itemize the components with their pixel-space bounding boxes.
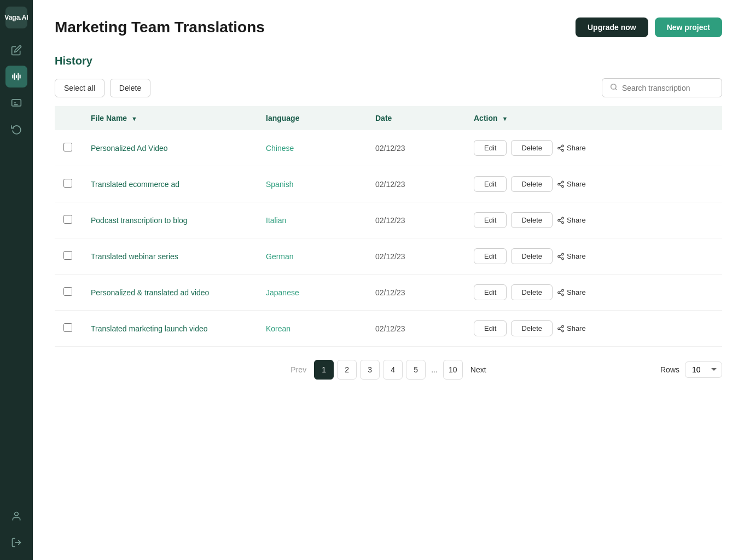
row-checkbox-cell <box>55 311 82 347</box>
row-checkbox-4[interactable] <box>63 251 72 260</box>
row-checkbox-1[interactable] <box>63 143 72 151</box>
sidebar-item-user[interactable] <box>5 505 27 527</box>
delete-row-button-1[interactable]: Delete <box>511 140 553 156</box>
delete-row-button-2[interactable]: Delete <box>511 176 553 192</box>
svg-point-36 <box>558 328 560 330</box>
svg-line-33 <box>560 293 562 294</box>
edit-button-1[interactable]: Edit <box>474 140 507 156</box>
sidebar-item-captions[interactable] <box>5 92 27 114</box>
page-1-button[interactable]: 1 <box>314 360 334 380</box>
search-icon <box>610 83 618 92</box>
page-4-button[interactable]: 4 <box>383 360 403 380</box>
share-button-6[interactable]: Share <box>557 324 586 332</box>
history-section: History Select all Delete <box>55 55 722 347</box>
row-date-1: 02/12/23 <box>367 130 465 166</box>
row-file-name-3: Podcast transcription to blog <box>82 202 257 238</box>
share-button-1[interactable]: Share <box>557 144 586 152</box>
svg-point-25 <box>562 253 564 255</box>
svg-line-29 <box>560 254 562 255</box>
svg-line-38 <box>560 329 562 330</box>
row-checkbox-cell <box>55 275 82 311</box>
delete-row-button-6[interactable]: Delete <box>511 320 553 336</box>
pagination-dots: ... <box>429 365 440 374</box>
share-button-3[interactable]: Share <box>557 216 586 224</box>
svg-point-22 <box>562 221 564 224</box>
row-date-4: 02/12/23 <box>367 238 465 275</box>
svg-point-17 <box>562 185 564 188</box>
sidebar-item-waveform[interactable] <box>5 66 27 88</box>
svg-line-34 <box>560 290 562 291</box>
share-button-4[interactable]: Share <box>557 252 586 260</box>
row-checkbox-cell <box>55 166 82 202</box>
rows-select[interactable]: 10 20 50 100 <box>685 361 722 378</box>
page-5-button[interactable]: 5 <box>406 360 426 380</box>
table-header-row: File Name ▼ language Date Action ▼ <box>55 106 722 130</box>
delete-row-button-4[interactable]: Delete <box>511 248 553 264</box>
page-2-button[interactable]: 2 <box>337 360 357 380</box>
svg-point-8 <box>611 84 616 89</box>
pagination: Prev 1 2 3 4 5 ... 10 Next <box>286 360 490 380</box>
edit-button-2[interactable]: Edit <box>474 176 507 192</box>
svg-point-15 <box>562 181 564 183</box>
svg-line-14 <box>560 146 562 147</box>
row-actions-2: Edit Delete Share <box>465 166 722 202</box>
table-row: Personalized Ad Video Chinese 02/12/23 E… <box>55 130 722 166</box>
row-language-5: Japanese <box>257 275 367 311</box>
col-action[interactable]: Action ▼ <box>465 106 722 130</box>
edit-button-5[interactable]: Edit <box>474 284 507 300</box>
row-actions-3: Edit Delete Share <box>465 202 722 238</box>
sidebar: Vaga.AI <box>0 0 33 560</box>
row-checkbox-2[interactable] <box>63 179 72 188</box>
page-header: Marketing Team Translations Upgrade now … <box>55 18 722 37</box>
row-file-name-5: Personalized & translated ad video <box>82 275 257 311</box>
row-checkbox-6[interactable] <box>63 323 72 332</box>
share-button-5[interactable]: Share <box>557 288 586 296</box>
table-row: Translated ecommerce ad Spanish 02/12/23… <box>55 166 722 202</box>
svg-point-12 <box>562 149 564 151</box>
sidebar-item-history[interactable] <box>5 118 27 140</box>
svg-point-6 <box>15 512 19 516</box>
row-language-3: Italian <box>257 202 367 238</box>
edit-button-4[interactable]: Edit <box>474 248 507 264</box>
select-all-button[interactable]: Select all <box>55 79 104 97</box>
row-file-name-2: Translated ecommerce ad <box>82 166 257 202</box>
delete-button[interactable]: Delete <box>110 79 150 97</box>
svg-point-16 <box>558 183 560 185</box>
svg-point-35 <box>562 325 564 328</box>
row-actions-5: Edit Delete Share <box>465 275 722 311</box>
edit-button-3[interactable]: Edit <box>474 212 507 228</box>
action-sort-icon: ▼ <box>502 115 508 122</box>
svg-point-27 <box>562 258 564 260</box>
row-actions-4: Edit Delete Share <box>465 238 722 275</box>
delete-row-button-3[interactable]: Delete <box>511 212 553 228</box>
sidebar-item-edit[interactable] <box>5 39 27 61</box>
upgrade-button[interactable]: Upgrade now <box>576 18 648 37</box>
main-content: Marketing Team Translations Upgrade now … <box>33 0 744 560</box>
page-10-button[interactable]: 10 <box>443 360 463 380</box>
edit-button-6[interactable]: Edit <box>474 320 507 336</box>
page-3-button[interactable]: 3 <box>360 360 380 380</box>
next-button[interactable]: Next <box>466 360 491 380</box>
toolbar: Select all Delete <box>55 78 722 97</box>
file-name-sort-icon: ▼ <box>131 115 137 122</box>
row-checkbox-5[interactable] <box>63 287 72 296</box>
row-checkbox-cell <box>55 130 82 166</box>
col-date: Date <box>367 106 465 130</box>
row-language-6: Korean <box>257 311 367 347</box>
sidebar-item-logout[interactable] <box>5 532 27 553</box>
row-checkbox-3[interactable] <box>63 215 72 224</box>
new-project-button[interactable]: New project <box>655 18 722 37</box>
svg-point-30 <box>562 289 564 291</box>
svg-point-26 <box>558 255 560 258</box>
table-body: Personalized Ad Video Chinese 02/12/23 E… <box>55 130 722 347</box>
col-checkbox <box>55 106 82 130</box>
share-button-2[interactable]: Share <box>557 180 586 188</box>
row-checkbox-cell <box>55 202 82 238</box>
delete-row-button-5[interactable]: Delete <box>511 284 553 300</box>
search-input[interactable] <box>622 84 714 92</box>
col-file-name[interactable]: File Name ▼ <box>82 106 257 130</box>
svg-line-9 <box>615 89 617 90</box>
col-language: language <box>257 106 367 130</box>
prev-button[interactable]: Prev <box>286 360 311 380</box>
search-box[interactable] <box>602 78 722 97</box>
